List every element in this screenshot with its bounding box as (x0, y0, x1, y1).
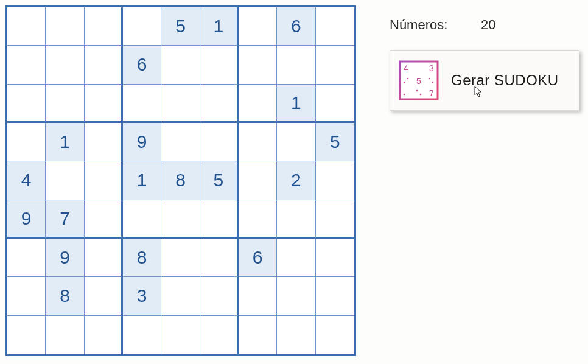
sudoku-cell[interactable] (85, 85, 123, 123)
generate-sudoku-label: Gerar SUDOKU (451, 72, 559, 89)
sudoku-cell[interactable] (85, 123, 123, 161)
sudoku-cell[interactable] (46, 85, 84, 123)
svg-point-11 (429, 78, 430, 80)
sudoku-cell[interactable]: 9 (123, 123, 161, 161)
sudoku-cell[interactable] (85, 46, 123, 84)
sudoku-cell[interactable] (277, 239, 315, 277)
sudoku-cell[interactable] (239, 85, 277, 123)
sudoku-row: 516 (7, 7, 354, 46)
sudoku-row: 986 (7, 239, 354, 277)
sudoku-cell[interactable] (200, 200, 239, 239)
sudoku-cell[interactable]: 6 (239, 239, 277, 277)
sudoku-cell[interactable] (46, 7, 84, 46)
sudoku-cell[interactable] (239, 123, 277, 161)
sudoku-cell[interactable] (277, 200, 315, 239)
sudoku-cell[interactable]: 5 (200, 161, 239, 200)
sudoku-row: 41852 (7, 161, 354, 200)
sudoku-cell[interactable]: 5 (161, 7, 200, 46)
sudoku-cell[interactable] (239, 200, 277, 239)
sudoku-cell[interactable] (239, 7, 277, 46)
sudoku-cell[interactable] (200, 123, 239, 161)
sudoku-cell[interactable] (316, 85, 354, 123)
sudoku-row: 195 (7, 123, 354, 161)
sudoku-cell[interactable]: 8 (161, 161, 200, 200)
sudoku-cell[interactable] (161, 200, 200, 239)
svg-point-14 (416, 90, 418, 92)
sudoku-cell[interactable]: 7 (46, 200, 84, 239)
sudoku-cell[interactable]: 8 (123, 239, 161, 277)
sudoku-cell[interactable] (85, 277, 123, 315)
sudoku-cell[interactable] (239, 46, 277, 84)
sudoku-cell[interactable] (239, 161, 277, 200)
sudoku-cell[interactable] (7, 277, 46, 315)
sudoku-cell[interactable]: 4 (7, 161, 46, 200)
svg-point-10 (407, 78, 409, 80)
svg-text:3: 3 (429, 63, 434, 73)
sudoku-cell[interactable] (7, 7, 46, 46)
sudoku-cell[interactable]: 9 (7, 200, 46, 239)
sudoku-cell[interactable] (316, 316, 354, 354)
sudoku-cell[interactable] (200, 46, 239, 84)
generate-sudoku-button[interactable]: 4 3 5 7 Gerar SUDOKU (390, 50, 579, 111)
sudoku-cell[interactable]: 1 (123, 161, 161, 200)
sudoku-cell[interactable] (7, 85, 46, 123)
sudoku-cell[interactable] (161, 85, 200, 123)
sudoku-cell[interactable] (316, 46, 354, 84)
sudoku-cell[interactable] (161, 46, 200, 84)
sudoku-cell[interactable] (316, 161, 354, 200)
sudoku-cell[interactable]: 3 (123, 277, 161, 315)
sudoku-cell[interactable] (161, 239, 200, 277)
numbers-count: Números: 20 (390, 17, 578, 33)
sudoku-cell[interactable] (239, 316, 277, 354)
sudoku-cell[interactable] (161, 123, 200, 161)
sudoku-cell[interactable]: 1 (277, 85, 315, 123)
sudoku-cell[interactable] (85, 316, 123, 354)
sudoku-cell[interactable] (316, 7, 354, 46)
sudoku-cell[interactable] (123, 316, 161, 354)
sudoku-cell[interactable]: 5 (316, 123, 354, 161)
sudoku-cell[interactable] (7, 316, 46, 354)
sudoku-cell[interactable] (123, 7, 161, 46)
sudoku-cell[interactable] (316, 277, 354, 315)
sudoku-cell[interactable] (200, 239, 239, 277)
sudoku-cell[interactable]: 8 (46, 277, 84, 315)
sudoku-cell[interactable] (123, 200, 161, 239)
sudoku-cell[interactable] (46, 46, 84, 84)
sudoku-cell[interactable] (85, 7, 123, 46)
sudoku-cell[interactable] (85, 200, 123, 239)
sudoku-cell[interactable] (277, 277, 315, 315)
sudoku-cell[interactable] (123, 85, 161, 123)
sudoku-cell[interactable]: 9 (46, 239, 84, 277)
sudoku-cell[interactable] (316, 239, 354, 277)
svg-text:7: 7 (429, 88, 434, 98)
sudoku-cell[interactable] (277, 46, 315, 84)
sudoku-cell[interactable] (161, 316, 200, 354)
sudoku-cell[interactable] (200, 277, 239, 315)
sudoku-cell[interactable] (200, 316, 239, 354)
side-panel: Números: 20 4 3 5 7 (390, 17, 578, 111)
sudoku-cell[interactable]: 1 (46, 123, 84, 161)
sudoku-cell[interactable] (7, 123, 46, 161)
sudoku-cell[interactable]: 2 (277, 161, 315, 200)
sudoku-cell[interactable] (200, 85, 239, 123)
sudoku-cell[interactable] (46, 161, 84, 200)
sudoku-cell[interactable] (316, 200, 354, 239)
sudoku-cell[interactable]: 1 (200, 7, 239, 46)
sudoku-cell[interactable]: 6 (277, 7, 315, 46)
sudoku-board[interactable]: 51661195418529798683 (5, 5, 356, 356)
sudoku-cell[interactable]: 6 (123, 46, 161, 84)
sudoku-cell[interactable] (85, 239, 123, 277)
sudoku-row: 1 (7, 85, 354, 123)
sudoku-row: 6 (7, 46, 354, 84)
sudoku-cell[interactable] (161, 277, 200, 315)
sudoku-cell[interactable] (277, 123, 315, 161)
sudoku-cell[interactable] (239, 277, 277, 315)
svg-point-13 (404, 94, 405, 96)
sudoku-cell[interactable] (7, 239, 46, 277)
sudoku-cell[interactable] (7, 46, 46, 84)
sudoku-cell[interactable] (277, 316, 315, 354)
sudoku-cell[interactable] (85, 161, 123, 200)
numbers-count-value: 20 (481, 17, 495, 33)
svg-text:4: 4 (404, 63, 408, 73)
sudoku-cell[interactable] (46, 316, 84, 354)
